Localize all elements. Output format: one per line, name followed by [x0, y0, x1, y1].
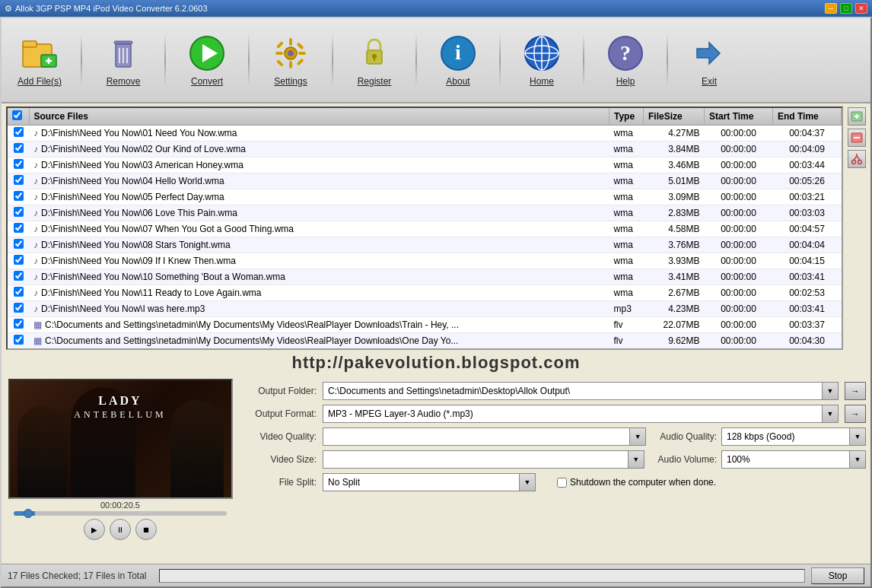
file-type-icon: ♪	[33, 128, 38, 138]
player-controls: ▶ ⏸ ⏹	[84, 519, 157, 540]
sep6	[499, 33, 501, 87]
row-checkbox[interactable]	[14, 319, 24, 329]
row-size: 3.46MB	[644, 157, 705, 173]
video-quality-input[interactable]	[323, 427, 629, 446]
settings-button[interactable]: Settings	[260, 30, 321, 90]
table-row[interactable]: ♪D:\Finish\Need You Now\06 Love This Pai…	[8, 205, 842, 221]
row-checkbox-cell	[8, 157, 29, 173]
about-icon: i	[438, 33, 478, 73]
remove-button[interactable]: Remove	[93, 30, 154, 90]
select-all-checkbox[interactable]	[12, 110, 22, 120]
file-table-wrapper[interactable]: Source Files Type FileSize Start Time En…	[8, 108, 842, 348]
video-size-input[interactable]	[323, 450, 628, 469]
row-checkbox-cell	[8, 221, 29, 237]
table-row[interactable]: ♪D:\Finish\Need You Now\05 Perfect Day.w…	[8, 189, 842, 205]
output-folder-dropdown-btn[interactable]: ▼	[822, 382, 839, 400]
table-row[interactable]: ♪D:\Finish\Need You Now\11 Ready to Love…	[8, 285, 842, 301]
file-split-dropdown-btn[interactable]: ▼	[519, 473, 536, 491]
add-files-button[interactable]: Add File(s)	[9, 30, 70, 90]
about-button[interactable]: i About	[428, 30, 489, 90]
exit-button[interactable]: Exit	[679, 30, 740, 90]
table-row[interactable]: ▦C:\Documents and Settings\netadmin\My D…	[8, 317, 842, 333]
file-split-input[interactable]	[323, 473, 519, 491]
output-folder-label: Output Folder:	[240, 386, 317, 396]
side-add-button[interactable]	[848, 107, 866, 126]
table-row[interactable]: ♪D:\Finish\Need You Now\03 American Hone…	[8, 157, 842, 173]
table-row[interactable]: ♪D:\Finish\Need You Now\I was here.mp3 m…	[8, 301, 842, 317]
audio-quality-dropdown-btn[interactable]: ▼	[849, 427, 866, 446]
svg-rect-16	[275, 52, 283, 55]
row-type: wma	[609, 141, 644, 157]
output-format-label: Output Format:	[240, 408, 317, 419]
output-folder-row: Output Folder: ▼ →	[240, 382, 866, 400]
row-start-time: 00:00:00	[705, 157, 773, 173]
row-path: ♪D:\Finish\Need You Now\11 Ready to Love…	[29, 285, 609, 301]
row-end-time: 00:03:41	[773, 269, 842, 285]
output-folder-input[interactable]	[323, 382, 822, 400]
table-row[interactable]: ♪D:\Finish\Need You Now\02 Our Kind of L…	[8, 141, 842, 157]
video-size-dropdown-btn[interactable]: ▼	[628, 450, 644, 469]
row-end-time: 00:04:37	[773, 126, 842, 141]
title-bar-controls[interactable]: ─ □ ✕	[825, 3, 867, 14]
row-checkbox[interactable]	[14, 207, 24, 217]
file-type-icon: ♪	[33, 288, 38, 298]
row-checkbox[interactable]	[14, 159, 24, 169]
maximize-button[interactable]: □	[840, 3, 852, 14]
register-button[interactable]: Register	[344, 30, 405, 90]
settings-label: Settings	[274, 76, 307, 87]
stop-button-player[interactable]: ⏹	[135, 519, 157, 540]
row-checkbox[interactable]	[14, 143, 24, 153]
row-checkbox[interactable]	[14, 191, 24, 201]
about-label: About	[446, 76, 469, 87]
window-title: Allok 3GP PSP MP4 iPod Video Converter 6…	[15, 4, 208, 13]
row-checkbox[interactable]	[14, 127, 24, 137]
row-checkbox[interactable]	[14, 223, 24, 233]
output-format-dropdown-btn[interactable]: ▼	[822, 405, 839, 423]
row-checkbox[interactable]	[14, 303, 24, 313]
table-row[interactable]: ▦C:\Documents and Settings\netadmin\My D…	[8, 333, 842, 349]
convert-button[interactable]: Convert	[177, 30, 237, 90]
help-button[interactable]: ? Help	[595, 30, 656, 90]
row-checkbox-cell	[8, 269, 29, 285]
table-row[interactable]: ♪D:\Finish\Need You Now\04 Hello World.w…	[8, 173, 842, 189]
file-type-icon: ♪	[33, 160, 38, 170]
table-row[interactable]: ♪D:\Finish\Need You Now\08 Stars Tonight…	[8, 237, 842, 253]
play-button[interactable]: ▶	[84, 519, 105, 540]
row-path: ♪D:\Finish\Need You Now\I was here.mp3	[29, 301, 609, 317]
row-end-time: 00:04:30	[773, 333, 842, 349]
svg-rect-19	[297, 42, 304, 49]
row-checkbox[interactable]	[14, 271, 24, 281]
stop-button[interactable]: Stop	[811, 567, 864, 584]
row-checkbox[interactable]	[14, 175, 24, 185]
table-row[interactable]: ♪D:\Finish\Need You Now\07 When You Got …	[8, 221, 842, 237]
video-quality-dropdown-btn[interactable]: ▼	[629, 427, 646, 446]
table-row[interactable]: ♪D:\Finish\Need You Now\09 If I Knew The…	[8, 253, 842, 269]
row-path: ♪D:\Finish\Need You Now\06 Love This Pai…	[29, 205, 609, 221]
row-checkbox[interactable]	[14, 287, 24, 297]
row-type: wma	[609, 205, 644, 221]
minimize-button[interactable]: ─	[825, 3, 837, 14]
output-format-input[interactable]	[323, 405, 822, 423]
file-split-dropdown: ▼	[323, 473, 536, 491]
audio-quality-input[interactable]	[721, 427, 849, 446]
pause-button[interactable]: ⏸	[110, 519, 131, 540]
row-end-time: 00:04:04	[773, 237, 842, 253]
audio-volume-input[interactable]	[721, 450, 849, 469]
row-checkbox[interactable]	[14, 239, 24, 249]
player-progress-slider[interactable]	[14, 511, 227, 516]
row-checkbox[interactable]	[14, 335, 24, 345]
close-button[interactable]: ✕	[855, 3, 867, 14]
side-cut-button[interactable]	[848, 150, 866, 168]
side-remove-button[interactable]	[848, 129, 866, 147]
audio-volume-dropdown-btn[interactable]: ▼	[849, 450, 866, 469]
output-format-go-btn[interactable]: →	[845, 405, 866, 423]
thumbnail-image: LADY ANTEBELLUM	[8, 379, 233, 499]
table-row[interactable]: ♪D:\Finish\Need You Now\01 Need You Now.…	[8, 126, 842, 141]
table-row[interactable]: ♪D:\Finish\Need You Now\10 Something 'Bo…	[8, 269, 842, 285]
home-icon	[522, 33, 562, 73]
output-folder-go-btn[interactable]: →	[845, 382, 866, 400]
row-checkbox[interactable]	[14, 255, 24, 265]
convert-icon	[187, 33, 227, 73]
home-button[interactable]: Home	[511, 30, 572, 90]
shutdown-checkbox[interactable]	[557, 478, 567, 488]
